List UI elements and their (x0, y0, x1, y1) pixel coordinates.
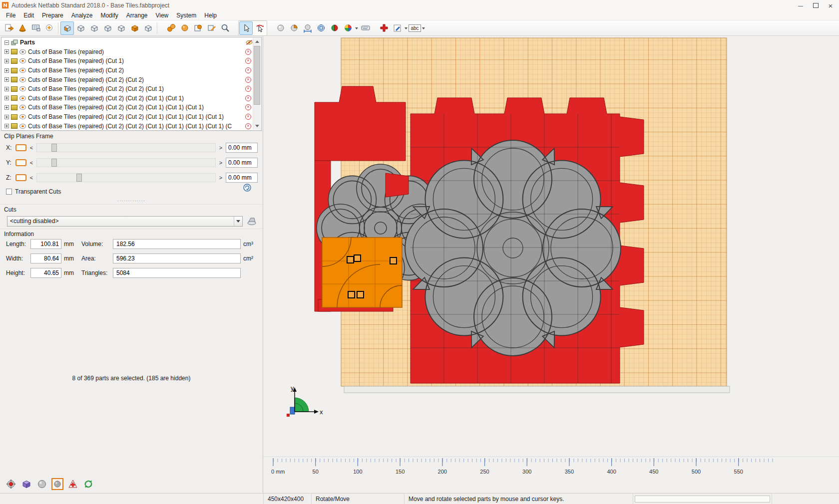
tree-item-label[interactable]: Cuts of Base Tiles (repaired) (Cut 2) (28, 67, 243, 74)
expand-icon[interactable] (4, 105, 9, 110)
measure-button[interactable] (359, 21, 372, 35)
visibility-eye-icon[interactable] (19, 68, 26, 73)
clip-x-plane-swatch[interactable] (15, 144, 26, 151)
view-bottom-button[interactable] (141, 21, 155, 35)
zoom-button[interactable] (218, 21, 232, 35)
clip-y-value-input[interactable] (226, 158, 258, 168)
menu-edit[interactable]: Edit (19, 11, 38, 19)
expand-icon[interactable] (4, 77, 9, 82)
delete-part-icon[interactable] (245, 77, 251, 83)
clip-x-slider[interactable] (36, 143, 216, 152)
delete-part-icon[interactable] (245, 95, 251, 101)
expand-icon[interactable] (4, 87, 9, 91)
open-project-button[interactable] (2, 21, 15, 35)
clip-z-plane-swatch[interactable] (15, 174, 26, 181)
menu-view[interactable]: View (151, 11, 172, 19)
add-annotation-button[interactable] (377, 21, 391, 35)
show-selected-button[interactable] (178, 21, 191, 35)
menu-analyze[interactable]: Analyze (67, 11, 97, 19)
view-front-button[interactable] (74, 21, 87, 35)
delete-part-icon[interactable] (245, 104, 251, 110)
reset-clip-button[interactable] (243, 183, 252, 194)
tree-item-label[interactable]: Cuts of Base Tiles (repaired) (Cut 2) (C… (28, 123, 243, 130)
visibility-eye-icon[interactable] (19, 77, 26, 82)
expand-icon[interactable] (4, 49, 9, 54)
minimize-button[interactable] (793, 0, 808, 10)
length-input[interactable] (30, 239, 61, 249)
tree-item-label[interactable]: Cuts of Base Tiles (repaired) (Cut 2) (C… (28, 113, 243, 120)
hide-all-parts-icon[interactable] (246, 39, 253, 45)
tree-row[interactable]: Cuts of Base Tiles (repaired) (Cut 2) (C… (2, 75, 253, 84)
delete-part-icon[interactable] (245, 58, 251, 64)
expand-icon[interactable] (4, 59, 9, 63)
clip-x-increase-icon[interactable] (218, 145, 223, 151)
shade-sphere-button[interactable] (274, 21, 287, 35)
packing-button[interactable] (20, 478, 32, 490)
execute-cut-icon[interactable] (246, 216, 258, 227)
tree-scrollbar[interactable] (253, 38, 261, 130)
menu-arrange[interactable]: Arrange (122, 11, 152, 19)
transparent-cuts-checkbox[interactable] (6, 189, 12, 195)
delete-part-icon[interactable] (245, 49, 251, 55)
height-input[interactable] (30, 268, 61, 278)
clip-x-value-input[interactable] (226, 143, 258, 153)
view-top-button[interactable] (128, 21, 141, 35)
view-right-button[interactable] (114, 21, 128, 35)
refresh-button[interactable] (82, 478, 94, 490)
menu-file[interactable]: File (2, 11, 19, 19)
tree-item-label[interactable]: Cuts of Base Tiles (repaired) (Cut 2) (C… (28, 76, 243, 83)
tree-item-label[interactable]: Cuts of Base Tiles (repaired) (Cut 1) (28, 57, 243, 64)
scene-canvas[interactable]: y x 0 mm 50 100 150 200 (263, 36, 839, 493)
tree-row[interactable]: Cuts of Base Tiles (repaired) (Cut 2) (2, 66, 253, 75)
mesh-view-button[interactable] (314, 21, 328, 35)
platform-button[interactable] (29, 21, 42, 35)
clip-z-increase-icon[interactable] (218, 175, 223, 181)
expand-icon[interactable] (4, 124, 9, 128)
tree-row[interactable]: Cuts of Base Tiles (repaired) (2, 47, 253, 57)
label-tool-dropdown-caret[interactable] (422, 27, 425, 31)
clip-z-slider-thumb[interactable] (76, 174, 82, 182)
color-mode-dropdown-caret[interactable] (355, 27, 358, 31)
rosette-part[interactable] (405, 140, 621, 356)
measure-sphere-button[interactable] (301, 21, 314, 35)
repair-button[interactable] (67, 478, 79, 490)
clip-y-slider-thumb[interactable] (51, 159, 57, 167)
tree-row[interactable]: Cuts of Base Tiles (repaired) (Cut 2) (C… (2, 84, 253, 94)
active-view-mode-button[interactable] (51, 478, 63, 490)
menu-help[interactable]: Help (200, 11, 221, 19)
view-standard-button[interactable] (60, 21, 74, 35)
tree-row[interactable]: Cuts of Base Tiles (repaired) (Cut 1) (2, 56, 253, 66)
show-all-parts-button[interactable] (164, 21, 178, 35)
scroll-thumb[interactable] (254, 46, 260, 105)
maximize-button[interactable] (808, 0, 823, 10)
edit-box-button[interactable] (205, 21, 218, 35)
delete-part-icon[interactable] (245, 67, 251, 73)
import-part-button[interactable] (15, 21, 29, 35)
select-tool-button[interactable] (239, 21, 253, 35)
delete-part-icon[interactable] (245, 123, 251, 129)
collapse-icon[interactable] (4, 40, 9, 45)
panel-splitter-handle[interactable] (0, 198, 263, 204)
rotate-tool-button[interactable] (253, 21, 266, 35)
tree-row[interactable]: Cuts of Base Tiles (repaired) (Cut 2) (C… (2, 94, 253, 103)
visibility-eye-icon[interactable] (19, 86, 26, 91)
delete-part-icon[interactable] (245, 114, 251, 120)
tree-item-label[interactable]: Cuts of Base Tiles (repaired) (Cut 2) (C… (28, 85, 243, 92)
expand-icon[interactable] (4, 68, 9, 73)
shaded-view-button[interactable] (36, 478, 48, 490)
delete-part-icon[interactable] (245, 86, 251, 92)
clip-y-decrease-icon[interactable] (29, 160, 34, 166)
chevron-down-icon[interactable] (234, 217, 242, 226)
scroll-down-icon[interactable] (253, 122, 261, 130)
bounding-box-button[interactable] (191, 21, 205, 35)
visibility-eye-icon[interactable] (19, 96, 26, 101)
clip-z-decrease-icon[interactable] (29, 175, 34, 181)
compare-parts-button[interactable] (328, 21, 341, 35)
visibility-eye-icon[interactable] (19, 124, 26, 129)
visibility-eye-icon[interactable] (19, 114, 26, 119)
clip-y-slider[interactable] (36, 158, 216, 167)
clip-z-value-input[interactable] (226, 173, 258, 183)
color-mode-button[interactable] (341, 21, 355, 35)
cutting-dropdown[interactable]: <cutting disabled> (7, 216, 243, 227)
clip-x-decrease-icon[interactable] (29, 145, 34, 151)
